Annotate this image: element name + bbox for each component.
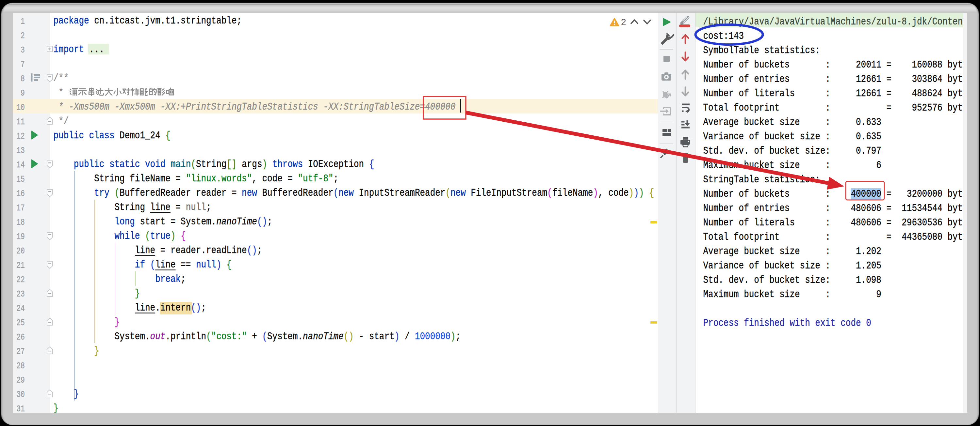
svg-text:2: 2 [621,17,626,27]
